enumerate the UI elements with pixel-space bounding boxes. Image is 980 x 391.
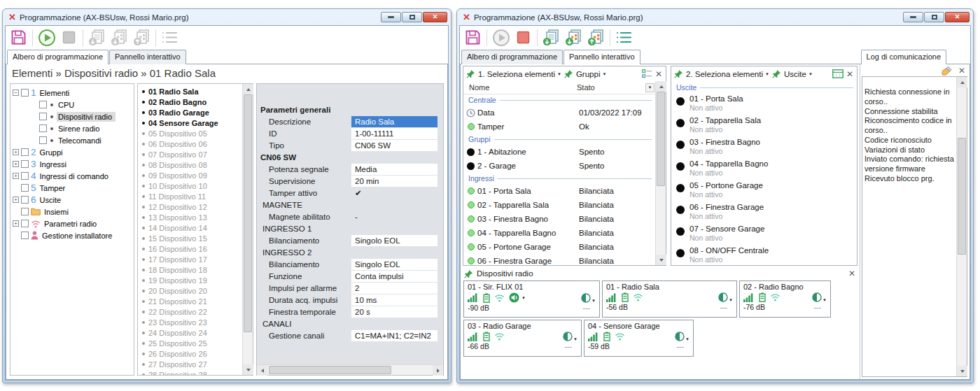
scroll-down-button[interactable] (243, 364, 253, 375)
device-list-item[interactable]: 22 Dispositivo 22 (142, 306, 242, 317)
tree-checkbox[interactable] (21, 160, 29, 168)
device-list-item[interactable]: 02 Radio Bagno (142, 97, 242, 107)
tree-checkbox[interactable] (21, 172, 29, 180)
parameter-value[interactable]: Singolo EOL (351, 259, 438, 270)
device-list-item[interactable]: 05 Dispositivo 05 (142, 128, 242, 138)
status-row-05-portone-garage[interactable]: 05 - Portone GarageBilanciata (463, 240, 655, 254)
scroll-track[interactable] (267, 365, 433, 375)
panel1-filter-dropdown[interactable]: Gruppi ▼ (576, 70, 606, 78)
output-row-01-porta-sala[interactable]: 01 - Porta SalaNon attivo (671, 93, 857, 115)
parameter-value[interactable]: 10 ms (351, 294, 438, 306)
titlebar[interactable]: ✕ Programmazione (AX-BSUsw, Rossi Mario.… (459, 9, 971, 25)
close-panel-button[interactable]: ✕ (958, 66, 965, 75)
tree-item-tamper[interactable]: 5Tamper (13, 182, 134, 194)
expand-icon[interactable]: + (13, 220, 19, 227)
scroll-thumb[interactable] (269, 366, 391, 374)
minimize-button[interactable] (381, 12, 401, 22)
device-list-item[interactable]: 12 Dispositivo 12 (142, 201, 242, 212)
minimize-button[interactable] (903, 12, 923, 22)
status-row-03-finestra-bagno[interactable]: 03 - Finestra BagnoBilanciata (463, 212, 655, 226)
tree-checkbox[interactable] (39, 101, 47, 108)
device-list-scrollbar[interactable] (242, 84, 253, 375)
scroll-thumb[interactable] (244, 94, 252, 332)
device-list-item[interactable]: 26 Dispositivo 26 (142, 348, 242, 359)
scroll-up-button[interactable] (656, 81, 666, 92)
tree-item-uscite[interactable]: +6Uscite (13, 194, 134, 206)
parameter-value[interactable]: Singolo EOL (351, 235, 438, 246)
scroll-thumb[interactable] (958, 138, 966, 255)
maximize-button[interactable] (402, 12, 422, 22)
tree-checkbox[interactable] (21, 196, 29, 204)
output-row-06-finestra-garage[interactable]: 06 - Finestra GarageNon attivo (671, 201, 857, 223)
device-list-item[interactable]: 21 Dispositivo 21 (142, 296, 242, 306)
tree-checkbox[interactable] (21, 89, 29, 97)
column-header-row[interactable]: Nome Stato ▼ (463, 81, 655, 94)
tab-pannello-interattivo[interactable]: Pannello interattivo (564, 50, 640, 64)
tree-checkbox[interactable] (39, 113, 47, 120)
device-list-item[interactable]: 18 Dispositivo 18 (142, 264, 242, 275)
status-row-tamper[interactable]: TamperOk (463, 120, 655, 134)
contrast-dropdown[interactable]: ▼ (812, 292, 827, 302)
scroll-track[interactable] (957, 87, 967, 366)
tree-checkbox[interactable] (21, 184, 29, 192)
tree-checkbox[interactable] (21, 208, 29, 215)
device-list-item[interactable]: 27 Dispositivo 27 (142, 359, 242, 369)
device-list-item[interactable]: 16 Dispositivo 16 (142, 243, 242, 254)
close-button[interactable]: ✕ (423, 12, 447, 22)
tree-item-sirene-radio[interactable]: Sirene radio (13, 122, 134, 134)
close-panel-button[interactable]: ✕ (655, 70, 662, 78)
scroll-left-button[interactable] (257, 365, 267, 376)
events-list-button[interactable] (160, 27, 180, 48)
disconnect-button[interactable] (513, 27, 533, 48)
device-list-item[interactable]: 08 Dispositivo 08 (142, 159, 242, 170)
device-list-item[interactable]: 01 Radio Sala (142, 86, 242, 97)
status-row-2-garage[interactable]: 2 - GarageSpento (463, 159, 655, 173)
panel1-scrollbar[interactable] (655, 81, 666, 265)
device-list-item[interactable]: 25 Dispositivo 25 (142, 338, 242, 348)
contrast-dropdown[interactable]: ▼ (718, 292, 733, 302)
device-list-item[interactable]: 28 Dispositivo 28 (142, 369, 242, 375)
status-row-04-tapparella-bagno[interactable]: 04 - Tapparella BagnoBilanciata (463, 226, 655, 240)
parameter-value[interactable]: Conta impulsi (351, 271, 438, 282)
scroll-right-button[interactable] (433, 365, 443, 376)
column-options-button[interactable]: ▼ (645, 83, 654, 92)
read-blocks-button[interactable] (564, 27, 584, 48)
parameter-value[interactable]: C1=MA+IN1; C2=IN2 (351, 330, 438, 341)
tree-checkbox[interactable] (39, 125, 47, 132)
parameter-value[interactable]: 2 (351, 283, 438, 294)
tree-item-dispositivi-radio[interactable]: Dispositivi radio (13, 111, 134, 122)
pin-icon[interactable] (466, 69, 475, 78)
output-row-03-finestra-bagno[interactable]: 03 - Finestra BagnoNon attivo (671, 136, 857, 158)
status-row-02-tapparella-sala[interactable]: 02 - Tapparella SalaBilanciata (463, 198, 655, 212)
parameter-value[interactable]: Radio Sala (351, 116, 438, 127)
tree-item-ingressi[interactable]: +3Ingressi (13, 158, 134, 170)
device-list-item[interactable]: 13 Dispositivo 13 (142, 212, 242, 222)
device-list-item[interactable]: 14 Dispositivo 14 (142, 222, 242, 233)
pin-icon[interactable] (772, 69, 781, 78)
scroll-up-button[interactable] (243, 84, 253, 94)
device-list-item[interactable]: 04 Sensore Garage (142, 118, 242, 128)
grid-view-icon[interactable] (832, 69, 844, 78)
parameter-value[interactable]: 20 min (351, 176, 438, 187)
disconnect-button[interactable] (59, 27, 79, 48)
pin-icon[interactable] (674, 69, 683, 78)
send-blocks-button[interactable] (132, 27, 152, 48)
titlebar[interactable]: ✕ Programmazione (AX-BSUsw, Rossi Mario.… (5, 9, 449, 25)
tree-item-parametri-radio[interactable]: +Parametri radio (13, 218, 134, 229)
device-list-item[interactable]: 17 Dispositivo 17 (142, 254, 242, 264)
status-row-06-finestra-garage[interactable]: 06 - Finestra GarageBilanciata (463, 254, 655, 265)
tree-checkbox[interactable] (21, 232, 29, 239)
tree-checkbox[interactable] (21, 148, 29, 156)
device-list-item[interactable]: 06 Dispositivo 06 (142, 138, 242, 149)
maximize-button[interactable] (924, 12, 944, 22)
save-button[interactable] (463, 27, 483, 48)
collapse-icon[interactable]: − (13, 90, 19, 96)
parameter-value[interactable]: 1-00-11111 (351, 128, 438, 139)
panel1-elements-dropdown[interactable]: 1. Seleziona elementi ▼ (478, 70, 561, 78)
status-row-data[interactable]: Data01/03/2022 17:09 (463, 106, 655, 120)
contrast-dropdown[interactable]: ▼ (563, 332, 578, 341)
expand-icon[interactable]: + (13, 161, 19, 167)
output-row-04-tapparella-bagno[interactable]: 04 - Tapparella BagnoNon attivo (671, 158, 857, 180)
tree-item-telecomandi[interactable]: Telecomandi (13, 134, 134, 146)
clear-log-icon[interactable] (941, 66, 953, 76)
